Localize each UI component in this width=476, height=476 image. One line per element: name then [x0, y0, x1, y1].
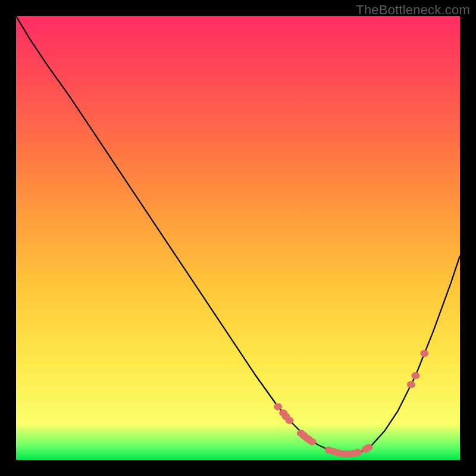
data-point-markers: [274, 350, 428, 458]
data-point: [420, 350, 428, 357]
data-point: [411, 372, 419, 379]
chart-svg: [16, 16, 460, 460]
data-point: [274, 403, 282, 410]
data-point: [286, 417, 294, 424]
data-point: [353, 449, 362, 456]
data-point: [407, 381, 415, 388]
chart-container: TheBottleneck.com: [0, 0, 476, 476]
bottleneck-curve: [16, 16, 460, 454]
data-point: [308, 438, 317, 445]
data-point: [364, 444, 372, 451]
